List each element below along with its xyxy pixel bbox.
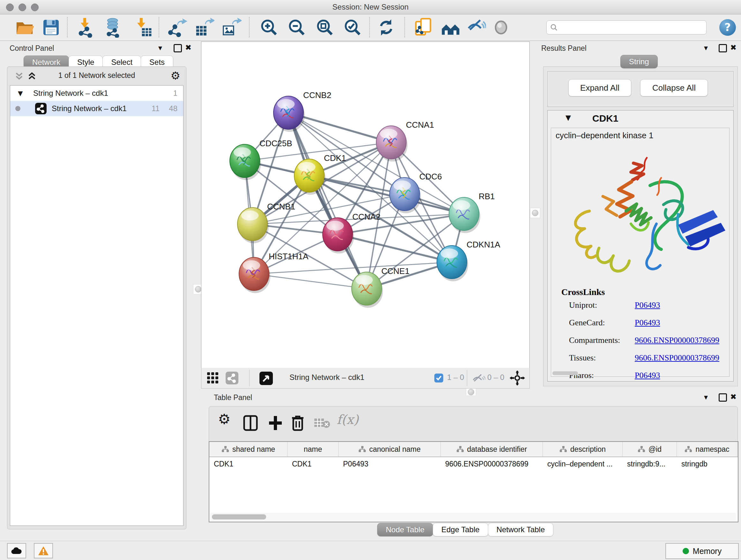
zoom-fit-icon[interactable] <box>315 17 335 38</box>
cloud-status-button[interactable] <box>7 543 26 558</box>
memory-button[interactable]: Memory <box>665 543 739 559</box>
collapse-all-button[interactable]: Collapse All <box>640 79 708 97</box>
separator <box>467 370 467 386</box>
status-bar: Memory <box>0 541 741 560</box>
network-node-label: HIST1H1A <box>269 252 309 261</box>
hidden-eye-icon[interactable] <box>472 374 485 383</box>
table-column-header[interactable]: name <box>287 442 339 456</box>
tab-node-table[interactable]: Node Table <box>377 523 433 537</box>
table-hscrollbar-thumb[interactable] <box>212 514 266 519</box>
network-list: ▼ String Network – cdk1 1 String Network… <box>10 85 184 526</box>
gene-section-collapse-icon[interactable]: ▼ <box>565 114 571 122</box>
results-panel-float-icon[interactable] <box>719 44 727 52</box>
table-panel-float-icon[interactable] <box>719 393 727 401</box>
table-cell[interactable]: 9606.ENSP00000378699 <box>441 457 543 471</box>
show-all-eye-icon[interactable] <box>491 17 511 38</box>
import-table-file-icon[interactable] <box>132 17 153 38</box>
tab-string[interactable]: String <box>620 55 658 68</box>
results-hscrollbar[interactable] <box>552 371 578 375</box>
node-table: shared namenamecanonical namedatabase id… <box>209 441 738 522</box>
collection-count: 1 <box>173 85 178 101</box>
results-panel-close-icon[interactable]: ✖ <box>730 43 737 52</box>
table-cell[interactable]: stringdb <box>677 457 738 471</box>
zoom-in-icon[interactable] <box>259 17 279 38</box>
zoom-selected-icon[interactable] <box>342 17 363 38</box>
collection-label: String Network – cdk1 <box>33 85 108 101</box>
table-hscrollbar[interactable] <box>210 513 736 521</box>
table-column-header[interactable]: shared name <box>209 442 287 456</box>
network-view-canvas[interactable]: CCNB2CCNA1CDC25BCDK1CDC6RB1CCNB1CCNA2CDK… <box>201 42 530 368</box>
expand-all-button[interactable]: Expand All <box>568 79 631 97</box>
tab-network-table[interactable]: Network Table <box>488 523 554 537</box>
results-panel-title: Results Panel <box>541 44 587 52</box>
show-columns-icon[interactable] <box>242 414 259 432</box>
network-badge-icon[interactable] <box>226 372 239 384</box>
selected-checkbox-icon[interactable] <box>434 374 443 382</box>
help-button[interactable]: ? <box>719 19 736 36</box>
delete-column-trash-icon[interactable] <box>290 414 306 432</box>
table-panel-menu-icon[interactable]: ▾ <box>704 393 708 401</box>
delete-table-icon[interactable] <box>314 417 330 429</box>
table-cell[interactable]: P06493 <box>339 457 441 471</box>
network-collection-row[interactable]: ▼ String Network – cdk1 1 <box>10 85 183 101</box>
table-header-row: shared namenamecanonical namedatabase id… <box>209 442 738 457</box>
zoom-out-icon[interactable] <box>286 17 307 38</box>
network-row[interactable]: String Network – cdk1 11 48 <box>10 101 183 116</box>
table-cell[interactable]: CDK1 <box>209 457 287 471</box>
crosslink-link[interactable]: P06493 <box>635 371 660 380</box>
search-input[interactable] <box>546 20 706 35</box>
crosslink-link[interactable]: 9606.ENSP00000378699 <box>635 335 719 345</box>
network-node[interactable]: CDKN1A <box>437 240 500 281</box>
warning-status-button[interactable] <box>34 543 53 558</box>
control-panel-close-icon[interactable]: ✖ <box>185 43 192 52</box>
crosslink-link[interactable]: P06493 <box>635 318 660 327</box>
crosslink-link[interactable]: 9606.ENSP00000378699 <box>635 353 719 363</box>
import-network-file-icon[interactable] <box>76 17 96 38</box>
create-column-plus-icon[interactable] <box>267 414 284 432</box>
first-neighbors-icon[interactable] <box>441 17 461 38</box>
network-graph[interactable]: CCNB2CCNA1CDC25BCDK1CDC6RB1CCNB1CCNA2CDK… <box>201 42 529 368</box>
export-table-icon[interactable] <box>194 17 214 38</box>
table-cell[interactable]: stringdb:9... <box>623 457 677 471</box>
export-image-icon[interactable] <box>221 17 242 38</box>
duplicate-network-icon[interactable] <box>413 17 433 38</box>
toolbar-separator <box>67 17 68 37</box>
network-node[interactable]: RB1 <box>449 192 495 233</box>
table-cell[interactable]: CDK1 <box>287 457 339 471</box>
refresh-view-icon[interactable] <box>376 17 396 38</box>
network-options-gear-icon[interactable]: ⚙ <box>171 69 180 82</box>
network-edge[interactable] <box>288 113 367 289</box>
grid-view-icon[interactable] <box>207 372 220 384</box>
open-session-icon[interactable] <box>14 17 35 38</box>
table-settings-gear-icon[interactable]: ⚙ <box>218 411 230 427</box>
table-toolbar: ⚙ f(x) <box>209 406 738 442</box>
export-network-icon[interactable] <box>167 17 187 38</box>
table-row[interactable]: CDK1CDK1P064939606.ENSP00000378699cyclin… <box>209 457 738 471</box>
crosslink-label: Uniprot: <box>569 300 597 310</box>
collection-expand-icon[interactable]: ▼ <box>18 85 23 101</box>
results-panel-menu-icon[interactable]: ▾ <box>704 44 708 52</box>
import-network-database-icon[interactable] <box>103 17 124 38</box>
table-column-header[interactable]: database identifier <box>441 442 543 456</box>
table-cell[interactable]: cyclin–dependent ... <box>543 457 623 471</box>
table-panel-close-icon[interactable]: ✖ <box>730 392 737 401</box>
crosslink-label: Tissues: <box>569 353 596 363</box>
center-view-crosshair-icon[interactable] <box>510 370 525 386</box>
gene-details: cyclin–dependent kinase 1 <box>551 128 730 377</box>
table-column-header[interactable]: namespac <box>677 442 738 456</box>
function-builder-icon[interactable]: f(x) <box>337 412 359 427</box>
network-node[interactable]: CCNE1 <box>352 266 409 308</box>
network-edge[interactable] <box>254 274 367 289</box>
table-column-header[interactable]: description <box>543 442 623 456</box>
table-column-header[interactable]: @id <box>623 442 677 456</box>
control-panel-float-icon[interactable] <box>174 44 182 52</box>
hide-selected-eye-icon[interactable] <box>466 17 486 38</box>
save-session-icon[interactable] <box>41 17 61 38</box>
right-splitter-handle[interactable] <box>530 208 540 218</box>
tab-edge-table[interactable]: Edge Table <box>433 523 488 537</box>
string-results-container: Expand All Collapse All ▼ CDK1 cyclin–de… <box>543 66 738 386</box>
table-column-header[interactable]: canonical name <box>339 442 441 456</box>
control-panel-menu-icon[interactable]: ▾ <box>158 44 162 52</box>
crosslink-link[interactable]: P06493 <box>635 300 660 310</box>
birds-eye-view-icon[interactable] <box>259 372 273 385</box>
